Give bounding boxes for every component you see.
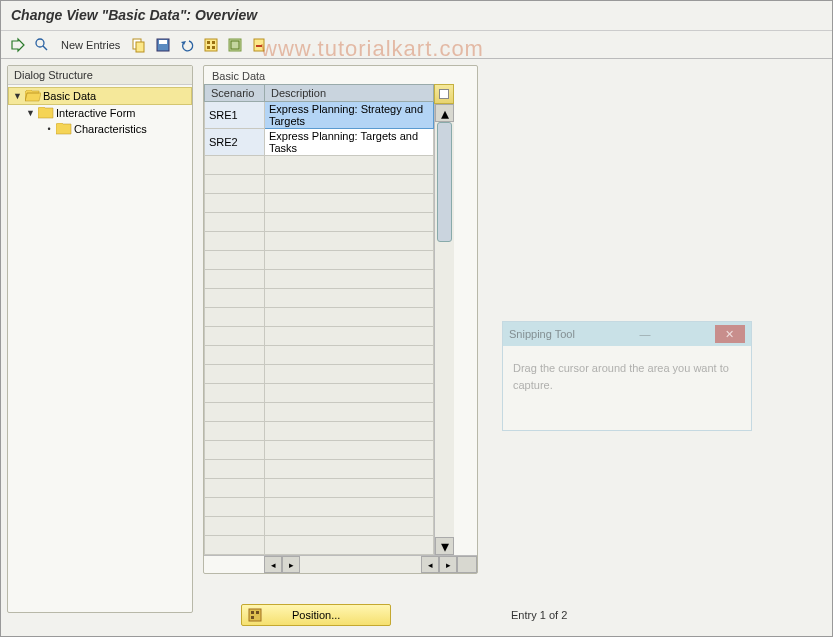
col-scenario[interactable]: Scenario [205,85,265,102]
folder-closed-icon [38,107,54,119]
tree-node-label: Characteristics [74,123,147,135]
dialog-structure-panel: Dialog Structure ▼ Basic Data ▼ Interact… [7,65,193,613]
folder-closed-icon [56,123,72,135]
horizontal-scrollbar[interactable]: ◂ ▸ ◂ ▸ [204,555,477,573]
table-row[interactable] [205,479,434,498]
table-row[interactable] [205,156,434,175]
table-row[interactable] [205,422,434,441]
svg-rect-16 [251,611,254,614]
vertical-scrollbar[interactable]: ▴ ▾ [434,104,454,555]
svg-rect-7 [207,41,210,44]
table-row[interactable] [205,498,434,517]
svg-point-0 [36,39,44,47]
page-title: Change View "Basic Data": Overview [1,1,832,31]
table-row[interactable] [205,384,434,403]
scroll-down-icon[interactable]: ▾ [435,537,454,555]
cell-scenario[interactable]: SRE1 [205,102,265,129]
table-row[interactable] [205,194,434,213]
collapse-icon[interactable]: ▼ [26,108,36,118]
cell-scenario[interactable]: SRE2 [205,129,265,156]
col-description[interactable]: Description [265,85,434,102]
deselect-all-icon[interactable] [226,36,244,54]
table-row[interactable] [205,308,434,327]
cell-description[interactable]: Express Planning: Targets and Tasks [265,129,434,156]
svg-rect-9 [207,46,210,49]
table-row[interactable] [205,232,434,251]
table-row[interactable] [205,441,434,460]
table-row[interactable] [205,536,434,555]
svg-rect-18 [251,616,254,619]
table-row[interactable] [205,365,434,384]
table-row[interactable] [205,346,434,365]
scroll-up-icon[interactable]: ▴ [435,104,454,122]
svg-line-1 [43,46,47,50]
tree: ▼ Basic Data ▼ Interactive Form • Charac… [8,85,192,139]
delete-icon[interactable] [250,36,268,54]
scroll-thumb[interactable] [437,122,452,242]
svg-rect-10 [212,46,215,49]
svg-rect-3 [136,42,144,52]
table-row[interactable]: SRE1 Express Planning: Strategy and Targ… [205,102,434,129]
tree-node-interactive-form[interactable]: ▼ Interactive Form [8,105,192,121]
toolbar: New Entries [1,31,832,59]
svg-rect-8 [212,41,215,44]
footer: Position... Entry 1 of 2 [1,604,832,626]
data-grid: Scenario Description SRE1 Express Planni… [204,84,434,555]
table-row[interactable] [205,403,434,422]
folder-open-icon [25,90,41,102]
table-row[interactable] [205,517,434,536]
svg-rect-15 [249,609,261,621]
table-row[interactable]: SRE2 Express Planning: Targets and Tasks [205,129,434,156]
undo-icon[interactable] [178,36,196,54]
entry-count: Entry 1 of 2 [511,609,567,621]
svg-rect-17 [256,611,259,614]
table-row[interactable] [205,175,434,194]
position-label: Position... [292,609,340,621]
table-panel: Basic Data Scenario Description SRE1 Exp… [203,65,478,574]
table-row[interactable] [205,213,434,232]
tree-node-label: Interactive Form [56,107,135,119]
copy-icon[interactable] [130,36,148,54]
scroll-right-icon[interactable]: ▸ [282,556,300,573]
toggle-icon[interactable] [9,36,27,54]
table-row[interactable] [205,289,434,308]
tree-node-basic-data[interactable]: ▼ Basic Data [8,87,192,105]
bullet-icon: • [44,124,54,134]
table-row[interactable] [205,251,434,270]
dialog-structure-header: Dialog Structure [8,66,192,85]
new-entries-button[interactable]: New Entries [57,37,124,53]
select-all-icon[interactable] [202,36,220,54]
scroll-left-icon[interactable]: ◂ [421,556,439,573]
find-icon[interactable] [33,36,51,54]
position-button[interactable]: Position... [241,604,391,626]
tree-node-characteristics[interactable]: • Characteristics [8,121,192,137]
scroll-right-icon[interactable]: ▸ [439,556,457,573]
table-row[interactable] [205,270,434,289]
scroll-left-icon[interactable]: ◂ [264,556,282,573]
tree-node-label: Basic Data [43,90,96,102]
table-row[interactable] [205,327,434,346]
svg-rect-6 [205,39,217,51]
collapse-icon[interactable]: ▼ [13,91,23,101]
position-icon [248,608,262,622]
svg-rect-5 [159,40,167,44]
save-variant-icon[interactable] [154,36,172,54]
cell-description[interactable]: Express Planning: Strategy and Targets [265,102,434,129]
table-title: Basic Data [204,66,477,84]
grid-settings-button[interactable] [434,84,454,104]
table-row[interactable] [205,460,434,479]
